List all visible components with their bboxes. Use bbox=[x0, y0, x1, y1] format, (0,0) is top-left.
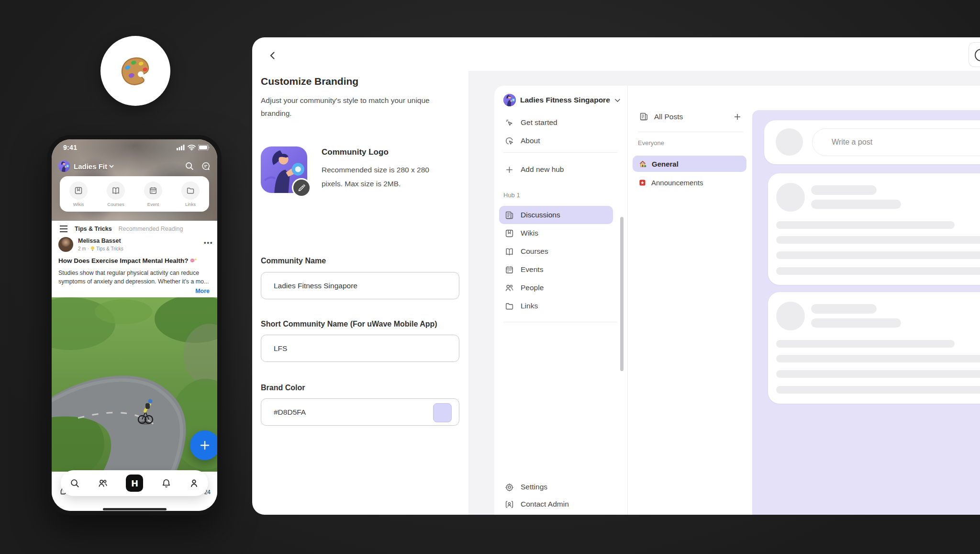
quick-action-courses[interactable]: Courses bbox=[107, 181, 125, 207]
click-cursor-icon bbox=[505, 118, 514, 127]
create-post-fab[interactable] bbox=[190, 430, 217, 460]
nav-profile-icon[interactable] bbox=[189, 478, 199, 488]
user-avatar bbox=[776, 128, 803, 156]
bookmark-icon bbox=[69, 181, 88, 200]
bookmark-icon bbox=[505, 229, 514, 238]
sidebar-item-people[interactable]: People bbox=[499, 279, 613, 297]
skeleton-post-card bbox=[768, 173, 980, 285]
author-avatar[interactable] bbox=[58, 237, 73, 252]
all-posts-header[interactable]: All Posts bbox=[639, 112, 683, 121]
menu-icon[interactable] bbox=[59, 226, 68, 232]
sidebar-item-events[interactable]: Events bbox=[499, 260, 613, 279]
write-post-input[interactable]: Write a post bbox=[812, 128, 980, 156]
admin-window: Customize Branding Adjust your community… bbox=[252, 37, 980, 515]
brand-color-swatch[interactable] bbox=[433, 403, 452, 422]
chevron-down-icon bbox=[109, 164, 114, 168]
channel-group-label: Everyone bbox=[638, 139, 664, 147]
sidebar-item-about[interactable]: About bbox=[499, 132, 613, 150]
channel-panel: All Posts Everyone General bbox=[628, 86, 751, 515]
plus-icon bbox=[199, 440, 211, 451]
home-indicator bbox=[103, 508, 167, 510]
brand-color-input[interactable] bbox=[261, 398, 459, 426]
more-link[interactable]: More bbox=[52, 288, 210, 294]
branding-settings-panel: Customize Branding Adjust your community… bbox=[252, 37, 468, 515]
plus-icon bbox=[505, 165, 514, 174]
cursor-box-icon bbox=[505, 136, 514, 146]
sidebar-item-get-started[interactable]: Get started bbox=[499, 113, 613, 132]
post-meta: 2 m· Tips & Tricks bbox=[78, 246, 123, 251]
sidebar-item-links[interactable]: Links bbox=[499, 297, 613, 315]
sidebar-item-settings[interactable]: Settings bbox=[499, 478, 613, 496]
chat-icon[interactable] bbox=[201, 161, 211, 171]
preview-sidebar: Ladies Fitness Singapore Get started Abo… bbox=[494, 86, 627, 515]
quick-actions-card: Wikis Courses Event Links bbox=[60, 176, 209, 212]
status-time: 9:41 bbox=[63, 144, 77, 151]
sidebar-item-courses[interactable]: Courses bbox=[499, 242, 613, 260]
post-header: Melissa Basset 2 m· Tips & Tricks ••• bbox=[52, 237, 217, 254]
battery-icon bbox=[198, 145, 210, 150]
divider bbox=[503, 322, 617, 322]
pencil-icon bbox=[298, 184, 305, 192]
people-icon bbox=[505, 283, 514, 293]
edit-logo-button[interactable] bbox=[292, 178, 311, 197]
book-icon bbox=[107, 181, 125, 200]
chevron-down-icon bbox=[614, 98, 621, 102]
short-name-input[interactable] bbox=[261, 335, 459, 362]
quick-action-links[interactable]: Links bbox=[181, 181, 200, 207]
nav-notifications-icon[interactable] bbox=[161, 478, 171, 488]
stage: 9:41 bbox=[0, 0, 980, 554]
skeleton-avatar bbox=[776, 183, 805, 212]
contact-card-icon bbox=[505, 500, 514, 509]
quick-action-wikis[interactable]: Wikis bbox=[69, 181, 88, 207]
palette-icon bbox=[116, 52, 155, 90]
community-avatar[interactable] bbox=[58, 160, 70, 172]
cutoff-toolbar-button[interactable] bbox=[969, 42, 980, 67]
add-new-hub-button[interactable]: Add new hub bbox=[499, 160, 613, 179]
page-subtitle: Adjust your community's style to match y… bbox=[261, 94, 431, 120]
sidebar-item-contact-admin[interactable]: Contact Admin bbox=[499, 496, 613, 513]
post-title: How Does Exercise Impact Mental Health? bbox=[58, 257, 212, 264]
tab-recommended-reading[interactable]: Recommended Reading bbox=[119, 226, 183, 232]
lightbulb-emoji-icon bbox=[90, 246, 95, 251]
skeleton-post-card bbox=[768, 292, 980, 404]
brand-color-label: Brand Color bbox=[261, 384, 305, 392]
community-switcher[interactable]: Ladies Fit bbox=[74, 162, 107, 170]
signal-icon bbox=[177, 145, 185, 150]
posts-icon bbox=[639, 112, 648, 121]
quick-action-event[interactable]: Event bbox=[144, 181, 162, 207]
nav-home-logo-icon[interactable]: H bbox=[126, 475, 143, 492]
siren-emoji-icon bbox=[639, 179, 646, 186]
phone-status-bar: 9:41 bbox=[52, 143, 217, 152]
channel-announcements[interactable]: Announcements bbox=[633, 174, 746, 191]
phone-bottom-nav: H bbox=[61, 470, 208, 496]
post-options-icon[interactable]: ••• bbox=[204, 239, 213, 246]
nav-people-icon[interactable] bbox=[98, 478, 108, 488]
nav-search-icon[interactable] bbox=[70, 478, 80, 488]
feed-panel: Write a post bbox=[751, 86, 980, 515]
community-name: Ladies Fitness Singapore bbox=[520, 96, 610, 104]
post-body: Studies show that regular physical activ… bbox=[58, 269, 212, 286]
feed-background: Write a post bbox=[752, 110, 980, 515]
post-composer-card: Write a post bbox=[764, 120, 980, 164]
sidebar-item-discussions[interactable]: Discussions bbox=[499, 206, 613, 224]
calendar-icon bbox=[505, 265, 514, 274]
phone-screen: 9:41 bbox=[52, 139, 217, 511]
tab-tips-tricks[interactable]: Tips & Tricks bbox=[75, 226, 112, 232]
wifi-icon bbox=[188, 145, 196, 150]
folder-icon bbox=[181, 181, 200, 200]
sidebar-scrollbar[interactable] bbox=[620, 217, 624, 371]
phone-community-header: Ladies Fit bbox=[52, 158, 217, 174]
community-name-input[interactable] bbox=[261, 272, 459, 299]
logo-heading: Community Logo bbox=[322, 147, 389, 157]
community-avatar bbox=[503, 94, 516, 106]
channel-general[interactable]: General bbox=[633, 156, 746, 172]
divider bbox=[638, 132, 743, 132]
community-header[interactable]: Ladies Fitness Singapore bbox=[503, 93, 621, 107]
add-post-icon[interactable] bbox=[733, 113, 742, 121]
short-name-label: Short Community Name (For uWave Mobile A… bbox=[261, 320, 437, 328]
skeleton-avatar bbox=[776, 302, 805, 330]
sidebar-item-wikis[interactable]: Wikis bbox=[499, 224, 613, 242]
feed-tabs: Tips & Tricks Recommended Reading bbox=[52, 224, 217, 234]
author-name[interactable]: Melissa Basset bbox=[78, 237, 121, 244]
search-icon[interactable] bbox=[185, 161, 194, 171]
